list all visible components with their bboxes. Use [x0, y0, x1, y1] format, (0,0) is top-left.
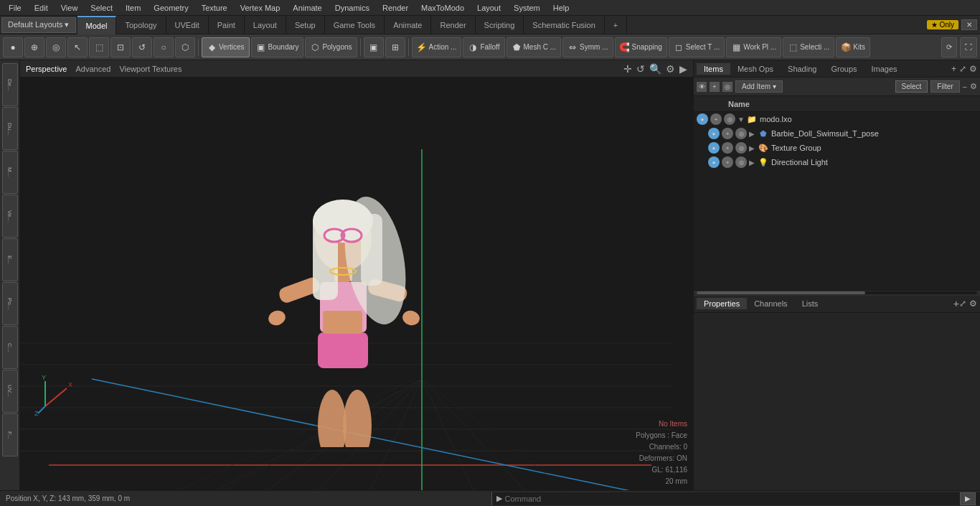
cmd-run-button[interactable]: ▶: [960, 492, 976, 505]
transform-btn[interactable]: ⬚: [89, 37, 109, 57]
panel-expand-icon[interactable]: ⤢: [959, 64, 966, 74]
item-vis2-0[interactable]: +: [710, 113, 722, 125]
layout-close-button[interactable]: ✕: [961, 19, 977, 30]
viewport-move-icon[interactable]: ✛: [623, 63, 632, 75]
item-vis3-0[interactable]: ◎: [724, 113, 735, 125]
add-item-button[interactable]: Add Item ▾: [735, 80, 783, 93]
item-modo-lxo[interactable]: ● + ◎ ▼ 📁 modo.lxo: [694, 112, 980, 126]
viewport-more-icon[interactable]: ▶: [679, 63, 687, 75]
viewport-tab-textures[interactable]: Viewport Textures: [119, 65, 182, 73]
items-scrollbar[interactable]: [694, 290, 980, 296]
lock-toggle[interactable]: +: [710, 82, 720, 92]
menu-geometry[interactable]: Geometry: [148, 2, 194, 14]
grid3-btn[interactable]: ⊞: [385, 37, 405, 57]
viewport-tab-perspective[interactable]: Perspective: [26, 65, 67, 73]
snapping-btn[interactable]: 🧲 Snapping: [615, 37, 667, 57]
viewport-rotate-icon[interactable]: ↺: [636, 63, 645, 75]
panel-tab-images[interactable]: Images: [864, 63, 905, 75]
snap-toggle-btn[interactable]: ●: [3, 37, 23, 57]
sidebar-tab-mesh[interactable]: M...: [2, 151, 18, 194]
item-vis-3[interactable]: ●: [708, 156, 720, 168]
menu-layout[interactable]: Layout: [471, 2, 507, 14]
tab-add[interactable]: +: [605, 16, 627, 34]
grid2-btn[interactable]: ▣: [364, 37, 384, 57]
star-only-button[interactable]: ★ Only: [927, 20, 958, 29]
polygons-btn[interactable]: ⬡ Polygons: [305, 37, 357, 57]
panel-add-icon[interactable]: +: [951, 64, 956, 74]
pivot-btn[interactable]: ⊡: [110, 37, 131, 57]
menu-texture[interactable]: Texture: [196, 2, 233, 14]
menu-maxtomodo[interactable]: MaxToModo: [415, 2, 470, 14]
sidebar-tab-ve[interactable]: Ve...: [2, 195, 18, 238]
menu-system[interactable]: System: [508, 2, 546, 14]
workpl-btn[interactable]: ▦ Work Pl ...: [726, 37, 781, 57]
item-texture-group[interactable]: ● + ◎ ▶ 🎨 Texture Group: [705, 141, 980, 155]
scroll-thumb[interactable]: [697, 291, 865, 294]
tab-animate[interactable]: Animate: [385, 16, 431, 34]
menu-item[interactable]: Item: [120, 2, 146, 14]
circle-btn[interactable]: ○: [154, 37, 174, 57]
tab-schematic-fusion[interactable]: Schematic Fusion: [524, 16, 604, 34]
prop-settings-icon[interactable]: ⚙: [969, 299, 977, 309]
tab-scripting[interactable]: Scripting: [476, 16, 524, 34]
viewport-tab-advanced[interactable]: Advanced: [75, 65, 110, 73]
panel-tab-items[interactable]: Items: [697, 63, 730, 75]
prop-tab-channels[interactable]: Channels: [747, 298, 794, 309]
menu-render[interactable]: Render: [377, 2, 414, 14]
item-vis2-3[interactable]: +: [722, 156, 733, 168]
items-select-button[interactable]: Select: [895, 80, 928, 93]
selectt-btn[interactable]: ◻ Select T ...: [669, 37, 725, 57]
menu-animate[interactable]: Animate: [287, 2, 327, 14]
action-btn[interactable]: ⚡ Action ...: [412, 37, 462, 57]
tab-paint[interactable]: Paint: [209, 16, 245, 34]
menu-file[interactable]: File: [3, 2, 27, 14]
item-expand-1[interactable]: ▶: [749, 130, 758, 138]
viewport-zoom-icon[interactable]: 🔍: [649, 63, 661, 75]
rotate-btn[interactable]: ↺: [132, 37, 152, 57]
command-input[interactable]: [505, 495, 961, 503]
vertices-btn[interactable]: ◆ Vertices: [202, 37, 250, 57]
sidebar-tab-uv[interactable]: UV...: [2, 370, 18, 413]
viewport-settings-icon[interactable]: ⚙: [666, 63, 675, 75]
selecti-btn[interactable]: ⬚ Selecti ...: [783, 37, 834, 57]
tab-uvedit[interactable]: UVEdit: [166, 16, 209, 34]
items-settings-icon[interactable]: ⚙: [970, 82, 977, 91]
tab-layout[interactable]: Layout: [245, 16, 286, 34]
tab-model[interactable]: Model: [77, 16, 117, 34]
symm-btn[interactable]: ⇔ Symm ...: [562, 37, 613, 57]
item-vis3-3[interactable]: ◎: [735, 156, 747, 168]
prop-tab-properties[interactable]: Properties: [697, 298, 747, 309]
item-vis3-1[interactable]: ◎: [735, 128, 747, 139]
panel-tab-shading[interactable]: Shading: [781, 63, 824, 75]
item-expand-2[interactable]: ▶: [749, 144, 758, 152]
sidebar-tab-f[interactable]: F...: [2, 413, 18, 456]
item-expand-3[interactable]: ▶: [749, 159, 758, 167]
viewport-full-btn[interactable]: ⛶: [960, 37, 977, 57]
item-vis-0[interactable]: ●: [697, 113, 708, 125]
menu-vertex-map[interactable]: Vertex Map: [235, 2, 286, 14]
viewport-canvas[interactable]: X Y Z No Items Polygons : Face Channels:…: [20, 78, 693, 490]
mesh-btn[interactable]: ⬟ Mesh C ...: [507, 37, 562, 57]
prop-tab-lists[interactable]: Lists: [795, 298, 826, 309]
scroll-track[interactable]: [697, 291, 977, 294]
item-directional-light[interactable]: ● + ◎ ▶ 💡 Directional Light: [705, 155, 980, 169]
eye-toggle[interactable]: 👁: [697, 82, 707, 92]
layout-dropdown[interactable]: Default Layouts ▾: [1, 17, 76, 33]
sidebar-tab-c[interactable]: C...: [2, 326, 18, 369]
item-vis-1[interactable]: ●: [708, 128, 720, 139]
tab-topology[interactable]: Topology: [116, 16, 166, 34]
sidebar-tab-du[interactable]: Du...: [2, 107, 18, 150]
viewport-orient-btn[interactable]: ⟳: [941, 37, 957, 57]
tab-setup[interactable]: Setup: [286, 16, 325, 34]
sidebar-tab-de[interactable]: De...: [2, 63, 18, 106]
sidebar-tab-po[interactable]: Po...: [2, 282, 18, 325]
menu-dynamics[interactable]: Dynamics: [329, 2, 375, 14]
falloff-btn[interactable]: ◑ Falloff: [463, 37, 504, 57]
tab-game-tools[interactable]: Game Tools: [325, 16, 385, 34]
component-btn[interactable]: ◎: [46, 37, 66, 57]
item-barbie[interactable]: ● + ◎ ▶ ⬟ Barbie_Doll_Swimsuit_T_pose: [705, 126, 980, 141]
item-expand-0[interactable]: ▼: [738, 116, 746, 123]
item-vis-2[interactable]: ●: [708, 142, 720, 154]
item-vis2-2[interactable]: +: [722, 142, 733, 154]
grid-btn[interactable]: ⊕: [24, 37, 44, 57]
